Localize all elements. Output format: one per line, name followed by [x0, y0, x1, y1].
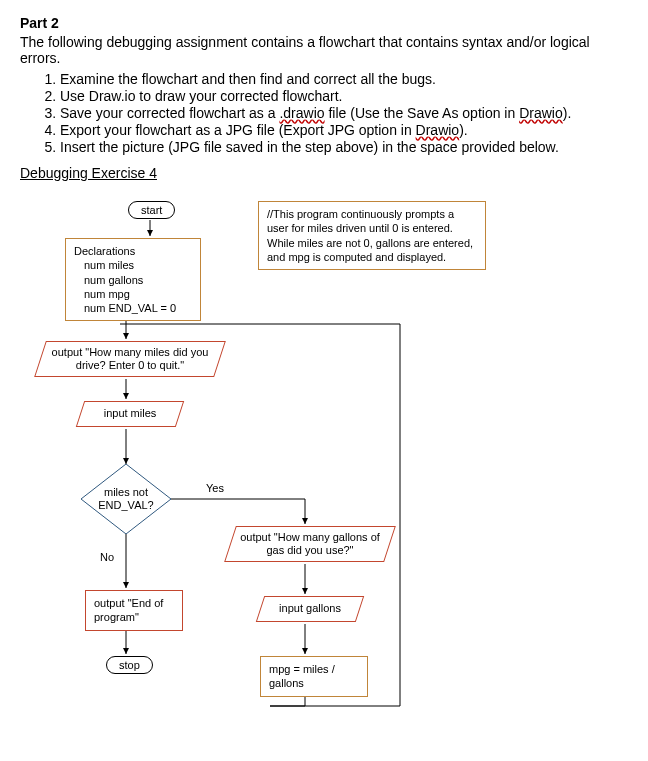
decision-miles-endval: miles not END_VAL? — [81, 464, 171, 534]
step-5: Insert the picture (JPG file saved in th… — [60, 139, 628, 155]
section-title: Debugging Exercise 4 — [20, 165, 628, 181]
input-gallons: input gallons — [260, 596, 360, 622]
output-gallons-prompt: output "How many gallons of gas did you … — [230, 526, 390, 562]
step-4: Export your flowchart as a JPG file (Exp… — [60, 122, 628, 138]
intro-text: The following debugging assignment conta… — [20, 34, 628, 66]
flowchart: start //This program continuously prompt… — [20, 196, 630, 736]
start-terminal: start — [128, 201, 175, 219]
calc-mpg: mpg = miles / gallons — [260, 656, 368, 697]
output-miles-prompt: output "How many miles did you drive? En… — [40, 341, 220, 377]
steps-list: Examine the flowchart and then find and … — [20, 71, 628, 155]
output-end-program: output "End of program" — [85, 590, 183, 631]
stop-terminal: stop — [106, 656, 153, 674]
step-2: Use Draw.io to draw your corrected flowc… — [60, 88, 628, 104]
step-1: Examine the flowchart and then find and … — [60, 71, 628, 87]
part-title: Part 2 — [20, 15, 628, 31]
step-3: Save your corrected flowchart as a .draw… — [60, 105, 628, 121]
input-miles: input miles — [80, 401, 180, 427]
no-label: No — [100, 551, 114, 563]
comment-box: //This program continuously prompts a us… — [258, 201, 486, 270]
yes-label: Yes — [206, 482, 224, 494]
declarations-box: Declarations num miles num gallons num m… — [65, 238, 201, 321]
